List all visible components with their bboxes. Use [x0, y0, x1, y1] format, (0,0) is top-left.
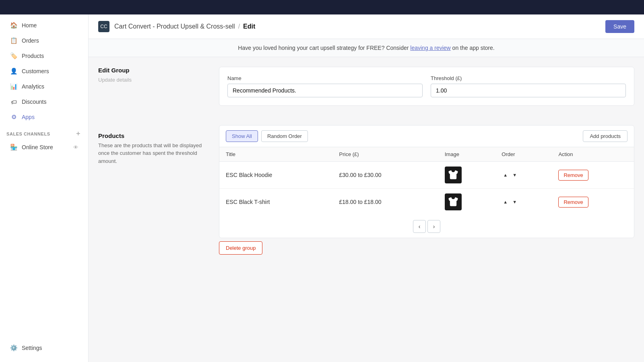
prev-page-button[interactable]: ‹ [413, 220, 426, 233]
remove-button-1[interactable]: Remove [558, 170, 588, 181]
breadcrumb-app-name: Cart Convert - Product Upsell & Cross-se… [114, 23, 235, 30]
product-price-2: £18.00 to £18.00 [333, 189, 438, 216]
sidebar-item-apps[interactable]: ⚙ Apps [3, 110, 85, 124]
product-action-1: Remove [552, 162, 634, 189]
product-price-1: £30.00 to £30.00 [333, 162, 438, 189]
product-title-2: ESC Black T-shirt [219, 189, 333, 216]
discounts-icon: 🏷 [10, 98, 18, 106]
product-title-1: ESC Black Hoodie [219, 162, 333, 189]
sidebar-item-online-store[interactable]: 🏪 Online Store 👁 [3, 140, 85, 154]
show-all-button[interactable]: Show All [226, 130, 258, 142]
sidebar-bottom: ⚙️ Settings [0, 340, 88, 359]
threshold-input[interactable] [431, 84, 626, 97]
sidebar-item-orders[interactable]: 📋 Orders [3, 33, 85, 48]
settings-icon: ⚙️ [10, 344, 18, 352]
arrow-down-1[interactable]: ▼ [511, 172, 518, 178]
sidebar-item-home[interactable]: 🏠 Home [3, 18, 85, 33]
customers-icon: 👤 [10, 67, 18, 75]
edit-group-left: Edit Group Update details [98, 67, 203, 84]
sidebar-item-settings[interactable]: ⚙️ Settings [3, 341, 85, 355]
sidebar: 🏠 Home 📋 Orders 🏷️ Products 👤 Customers … [0, 14, 89, 362]
banner: Have you loved honing your cart upsell s… [89, 39, 644, 57]
analytics-icon: 📊 [10, 82, 18, 90]
col-image: Image [438, 147, 495, 162]
add-sales-channel-icon[interactable]: ＋ [75, 130, 82, 138]
col-action: Action [552, 147, 634, 162]
products-table: Title Price (£) Image Order Action ESC B… [219, 147, 634, 215]
sidebar-item-label: Customers [22, 68, 49, 74]
product-image-thumb-1 [445, 167, 462, 183]
products-icon: 🏷️ [10, 52, 18, 60]
sidebar-item-label: Settings [22, 345, 42, 351]
arrow-up-2[interactable]: ▲ [502, 199, 509, 205]
table-row: ESC Black T-shirt £18.00 to £18.00 [219, 189, 634, 216]
form-row: Name Threshold (£) [227, 75, 626, 97]
remove-button-2[interactable]: Remove [558, 197, 588, 208]
next-page-button[interactable]: › [427, 220, 440, 233]
breadcrumb-separator: / [238, 23, 240, 30]
threshold-label: Threshold (£) [431, 75, 626, 81]
col-order: Order [495, 147, 552, 162]
breadcrumb: CC Cart Convert - Product Upsell & Cross… [98, 21, 255, 32]
sidebar-item-label: Analytics [22, 83, 44, 90]
right-panel: Name Threshold (£) [219, 67, 634, 352]
product-image-thumb-2 [445, 193, 462, 210]
edit-group-subtitle: Update details [98, 76, 203, 84]
arrow-down-2[interactable]: ▼ [511, 199, 518, 205]
save-button[interactable]: Save [605, 20, 634, 33]
order-arrows-1: ▲ ▼ [502, 172, 545, 178]
sidebar-item-analytics[interactable]: 📊 Analytics [3, 79, 85, 94]
edit-group-card: Name Threshold (£) [219, 67, 634, 106]
home-icon: 🏠 [10, 21, 18, 29]
col-price: Price (£) [333, 147, 438, 162]
sidebar-item-label: Products [22, 53, 44, 59]
apps-icon: ⚙ [10, 113, 18, 121]
sales-channels-label: SALES CHANNELS ＋ [0, 125, 88, 140]
breadcrumb-current: Edit [243, 23, 255, 30]
arrow-up-1[interactable]: ▲ [502, 172, 509, 178]
name-input[interactable] [227, 84, 423, 97]
product-image-1 [438, 162, 495, 189]
sidebar-item-label: Discounts [22, 99, 46, 105]
sidebar-item-customers[interactable]: 👤 Customers [3, 64, 85, 78]
delete-section: Delete group [219, 241, 634, 255]
product-action-2: Remove [552, 189, 634, 216]
random-order-button[interactable]: Random Order [261, 130, 308, 142]
banner-text-before: Have you loved honing your cart upsell s… [238, 45, 410, 51]
order-arrows-2: ▲ ▼ [502, 199, 545, 205]
product-image-2 [438, 189, 495, 216]
app-icon: CC [98, 21, 109, 32]
toolbar-left: Show All Random Order [226, 130, 308, 142]
products-title: Products [98, 132, 203, 139]
sidebar-item-label: Apps [22, 114, 35, 120]
content-area: Edit Group Update details Products These… [89, 57, 644, 362]
name-field-group: Name [227, 75, 423, 97]
col-title: Title [219, 147, 333, 162]
page-header: CC Cart Convert - Product Upsell & Cross… [89, 14, 644, 39]
sidebar-item-products[interactable]: 🏷️ Products [3, 49, 85, 63]
threshold-field-group: Threshold (£) [431, 75, 626, 97]
products-description: These are the products that will be disp… [98, 142, 203, 165]
sidebar-item-label: Orders [22, 37, 39, 44]
top-bar [0, 0, 644, 14]
online-store-icon: 🏪 [10, 143, 18, 151]
table-row: ESC Black Hoodie £30.00 to £30.00 [219, 162, 634, 189]
edit-group-title: Edit Group [98, 67, 203, 74]
sidebar-item-label: Home [22, 22, 37, 29]
eye-icon: 👁 [73, 144, 78, 150]
products-toolbar: Show All Random Order Add products [219, 125, 634, 147]
product-order-1: ▲ ▼ [495, 162, 552, 189]
products-left: Products These are the products that wil… [98, 108, 203, 165]
delete-group-button[interactable]: Delete group [219, 241, 262, 255]
sidebar-item-discounts[interactable]: 🏷 Discounts [3, 95, 85, 109]
products-card: Show All Random Order Add products Title… [219, 125, 634, 238]
product-order-2: ▲ ▼ [495, 189, 552, 216]
banner-review-link[interactable]: leaving a review [410, 45, 450, 51]
sidebar-item-label: Online Store [22, 144, 53, 150]
add-products-button[interactable]: Add products [583, 130, 627, 142]
banner-text-after: on the app store. [451, 45, 495, 51]
left-panel: Edit Group Update details Products These… [98, 67, 203, 352]
main-content: CC Cart Convert - Product Upsell & Cross… [89, 14, 644, 362]
name-label: Name [227, 75, 423, 81]
pagination: ‹ › [219, 215, 634, 238]
